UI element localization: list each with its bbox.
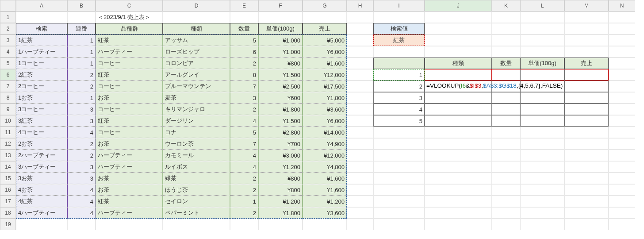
cell-J13[interactable] xyxy=(425,150,492,161)
col-header-N[interactable]: N xyxy=(609,0,635,12)
cell-J17[interactable] xyxy=(425,196,492,207)
cell-M7[interactable] xyxy=(564,81,609,92)
cell-D14[interactable]: ルイボス xyxy=(163,161,230,173)
cell-E11[interactable]: 5 xyxy=(230,127,258,138)
cell-M12[interactable] xyxy=(564,138,609,150)
cell-B6[interactable]: 2 xyxy=(67,69,96,81)
cell-I8[interactable]: 3 xyxy=(373,92,425,104)
cell-C12[interactable]: お茶 xyxy=(96,138,163,150)
cell-D2[interactable]: 種類 xyxy=(163,23,230,35)
cell-N7[interactable] xyxy=(609,81,635,92)
cell-K12[interactable] xyxy=(492,138,520,150)
cell-M18[interactable] xyxy=(564,207,609,219)
cell-M11[interactable] xyxy=(564,127,609,138)
cell-A2[interactable]: 検索 xyxy=(16,23,67,35)
cell-A8[interactable]: 1お茶 xyxy=(16,92,67,104)
cell-H9[interactable] xyxy=(347,104,373,115)
cell-C14[interactable]: ハーブティー xyxy=(96,161,163,173)
cell-D19[interactable] xyxy=(163,219,230,230)
cell-I13[interactable] xyxy=(373,150,425,161)
row-header-1[interactable]: 1 xyxy=(0,12,16,23)
col-header-D[interactable]: D xyxy=(163,0,230,12)
cell-F13[interactable]: ¥3,000 xyxy=(258,150,303,161)
cell-F11[interactable]: ¥2,800 xyxy=(258,127,303,138)
cell-I9[interactable]: 4 xyxy=(373,104,425,115)
cell-H18[interactable] xyxy=(347,207,373,219)
cell-I11[interactable] xyxy=(373,127,425,138)
cell-D15[interactable]: 緑茶 xyxy=(163,173,230,184)
cell-M6[interactable] xyxy=(564,69,609,81)
cell-I6[interactable]: 1 xyxy=(373,69,425,81)
cell-N5[interactable] xyxy=(609,58,635,69)
cell-M5[interactable]: 売上 xyxy=(564,58,609,69)
row-header-5[interactable]: 5 xyxy=(0,58,16,69)
cell-N12[interactable] xyxy=(609,138,635,150)
cell-L19[interactable] xyxy=(520,219,564,230)
cell-A3[interactable]: 1紅茶 xyxy=(16,35,67,46)
cell-D8[interactable]: 麦茶 xyxy=(163,92,230,104)
cell-F14[interactable]: ¥1,200 xyxy=(258,161,303,173)
row-header-15[interactable]: 15 xyxy=(0,173,16,184)
cell-G8[interactable]: ¥1,800 xyxy=(303,92,347,104)
cell-G4[interactable]: ¥6,000 xyxy=(303,46,347,58)
cell-F7[interactable]: ¥2,500 xyxy=(258,81,303,92)
cell-J6[interactable] xyxy=(425,69,492,81)
cell-C17[interactable]: 紅茶 xyxy=(96,196,163,207)
cell-B15[interactable]: 3 xyxy=(67,173,96,184)
cell-K6[interactable] xyxy=(492,69,520,81)
cell-B17[interactable]: 4 xyxy=(67,196,96,207)
cell-J11[interactable] xyxy=(425,127,492,138)
cell-E12[interactable]: 7 xyxy=(230,138,258,150)
cell-G18[interactable]: ¥3,600 xyxy=(303,207,347,219)
col-header-L[interactable]: L xyxy=(520,0,564,12)
cell-M2[interactable] xyxy=(564,23,609,35)
cell-B11[interactable]: 4 xyxy=(67,127,96,138)
cell-K7[interactable] xyxy=(492,81,520,92)
cell-N9[interactable] xyxy=(609,104,635,115)
cell-B10[interactable]: 3 xyxy=(67,115,96,127)
cell-D9[interactable]: キリマンジャロ xyxy=(163,104,230,115)
cell-K10[interactable] xyxy=(492,115,520,127)
cell-E8[interactable]: 3 xyxy=(230,92,258,104)
cell-C8[interactable]: お茶 xyxy=(96,92,163,104)
cell-J2[interactable] xyxy=(425,23,492,35)
cell-B8[interactable]: 1 xyxy=(67,92,96,104)
cell-K3[interactable] xyxy=(492,35,520,46)
cell-A4[interactable]: 1ハーブティー xyxy=(16,46,67,58)
cell-B3[interactable]: 1 xyxy=(67,35,96,46)
cell-G7[interactable]: ¥17,500 xyxy=(303,81,347,92)
cell-A15[interactable]: 3お茶 xyxy=(16,173,67,184)
col-header-B[interactable]: B xyxy=(67,0,96,12)
cell-G19[interactable] xyxy=(303,219,347,230)
cell-D16[interactable]: ほうじ茶 xyxy=(163,184,230,196)
cell-F17[interactable]: ¥1,200 xyxy=(258,196,303,207)
cell-B4[interactable]: 1 xyxy=(67,46,96,58)
row-header-8[interactable]: 8 xyxy=(0,92,16,104)
cell-H8[interactable] xyxy=(347,92,373,104)
cell-N14[interactable] xyxy=(609,161,635,173)
row-header-10[interactable]: 10 xyxy=(0,115,16,127)
row-header-11[interactable]: 11 xyxy=(0,127,16,138)
cell-H6[interactable] xyxy=(347,69,373,81)
cell-A13[interactable]: 2ハーブティー xyxy=(16,150,67,161)
cell-L1[interactable] xyxy=(520,12,564,23)
cell-N10[interactable] xyxy=(609,115,635,127)
cell-A12[interactable]: 2お茶 xyxy=(16,138,67,150)
cell-L13[interactable] xyxy=(520,150,564,161)
cell-I1[interactable] xyxy=(373,12,425,23)
cell-K13[interactable] xyxy=(492,150,520,161)
cell-F12[interactable]: ¥700 xyxy=(258,138,303,150)
cell-N6[interactable] xyxy=(609,69,635,81)
cell-G11[interactable]: ¥14,000 xyxy=(303,127,347,138)
cell-M4[interactable] xyxy=(564,46,609,58)
spreadsheet-grid[interactable]: ABCDEFGHIJKLMN1＜2023/9/1 売上表＞2検索連番品種群種類数… xyxy=(0,0,644,230)
cell-N16[interactable] xyxy=(609,184,635,196)
cell-F9[interactable]: ¥1,800 xyxy=(258,104,303,115)
cell-E18[interactable]: 2 xyxy=(230,207,258,219)
col-header-C[interactable]: C xyxy=(96,0,163,12)
cell-C3[interactable]: 紅茶 xyxy=(96,35,163,46)
cell-J9[interactable] xyxy=(425,104,492,115)
cell-J5[interactable]: 種類 xyxy=(425,58,492,69)
cell-H11[interactable] xyxy=(347,127,373,138)
cell-A9[interactable]: 3コーヒー xyxy=(16,104,67,115)
